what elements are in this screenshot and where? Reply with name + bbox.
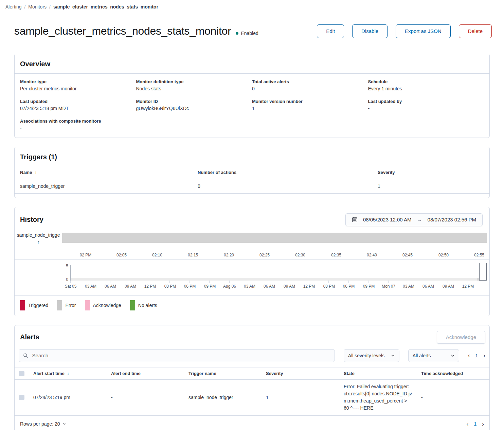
triggers-title: Triggers (1) xyxy=(20,153,484,161)
field-monitor-definition-type: Monitor definition type Nodes stats xyxy=(136,79,252,91)
field-monitor-type: Monitor type Per cluster metrics monitor xyxy=(20,79,136,91)
page-header: sample_cluster_metrics_nodes_stats_monit… xyxy=(14,18,492,45)
alerts-filter-row: All severity levels All alerts ‹ 1 › xyxy=(15,348,489,368)
alert-time-acknowledged: - xyxy=(421,395,489,400)
alerts-footer: Rows per page: 20 ‹ 1 › xyxy=(15,416,489,430)
chevron-down-icon xyxy=(451,354,455,358)
alert-state-filter-select[interactable]: All alerts xyxy=(408,349,459,362)
alerts-pagination-bottom: ‹ 1 › xyxy=(467,421,484,427)
history-series-label: sample_node_trigger xyxy=(15,232,62,246)
export-json-button[interactable]: Export as JSON xyxy=(396,24,451,38)
column-trigger-name: Trigger name xyxy=(188,371,266,376)
alert-row: 07/24/23 5:19 pm - sample_node_trigger 1… xyxy=(15,380,489,416)
triggers-panel: Triggers (1) Name ↑ Number of actions Se… xyxy=(14,147,490,198)
no-alerts-swatch xyxy=(130,300,135,310)
severity-filter-select[interactable]: All severity levels xyxy=(344,349,399,362)
brush-area-series xyxy=(71,278,482,281)
page-number[interactable]: 1 xyxy=(475,353,478,358)
y-axis-tick-0: 0 xyxy=(62,277,68,282)
field-monitor-id: Monitor ID gUwyiokB6NlrYQuUlXDc xyxy=(136,99,252,111)
edit-button[interactable]: Edit xyxy=(317,24,344,38)
breadcrumb-monitors[interactable]: Monitors xyxy=(28,4,47,10)
overview-panel: Overview Monitor type Per cluster metric… xyxy=(14,54,490,138)
breadcrumb-separator: / xyxy=(49,4,51,10)
legend-item-acknowledge: Acknowledge xyxy=(85,300,121,310)
chevron-right-icon[interactable]: › xyxy=(483,353,485,358)
search-input[interactable] xyxy=(32,352,330,359)
chevron-left-icon[interactable]: ‹ xyxy=(468,353,470,358)
legend-item-triggered: Triggered xyxy=(20,300,48,310)
alert-severity: 1 xyxy=(266,395,344,400)
search-box[interactable] xyxy=(19,349,335,362)
column-number-of-actions: Number of actions xyxy=(198,170,378,175)
y-axis-tick-5: 5 xyxy=(62,264,68,268)
history-state-bar[interactable] xyxy=(62,233,487,243)
overview-fields: Monitor type Per cluster metrics monitor… xyxy=(15,74,489,138)
column-severity: Severity xyxy=(266,371,344,376)
page-title: sample_cluster_metrics_nodes_stats_monit… xyxy=(14,25,231,37)
brush-selection-handle[interactable] xyxy=(479,263,487,281)
column-time-acknowledged: Time acknowledged xyxy=(421,371,489,376)
column-state: State xyxy=(344,371,421,376)
status-label: Enabled xyxy=(241,31,258,36)
delete-button[interactable]: Delete xyxy=(459,24,492,38)
y-axis-line xyxy=(70,265,71,281)
alerts-table-header: Alert start time ↓ Alert end time Trigge… xyxy=(15,368,489,380)
alert-start-time: 07/24/23 5:19 pm xyxy=(33,395,111,400)
field-schedule: Schedule Every 1 minutes xyxy=(368,79,484,91)
history-legend: Triggered Error Acknowledge No alerts xyxy=(15,295,489,316)
field-monitor-version: Monitor version number 1 xyxy=(252,99,368,111)
breadcrumb-separator: / xyxy=(24,4,25,10)
page-number[interactable]: 1 xyxy=(474,421,477,427)
alerts-panel: Alerts Acknowledge All severity levels A… xyxy=(14,325,490,430)
date-range-start[interactable]: 08/05/2023 12:00 AM xyxy=(363,217,412,222)
triggered-swatch xyxy=(20,300,25,310)
chevron-down-icon xyxy=(391,354,395,358)
acknowledge-button[interactable]: Acknowledge xyxy=(437,331,485,344)
date-range-picker[interactable]: 08/05/2023 12:00 AM → 08/07/2023 02:56 P… xyxy=(345,213,483,226)
trigger-row: sample_node_trigger 0 1 xyxy=(15,179,489,194)
chevron-down-icon xyxy=(62,422,66,426)
trigger-name: sample_node_trigger xyxy=(20,183,198,189)
arrow-right-icon: → xyxy=(417,217,422,222)
alerts-title: Alerts xyxy=(20,333,39,341)
trigger-severity: 1 xyxy=(378,183,484,189)
date-range-end[interactable]: 08/07/2023 02:56 PM xyxy=(428,217,476,222)
rows-per-page-button[interactable]: Rows per page: 20 xyxy=(20,421,66,427)
field-total-active-alerts: Total active alerts 0 xyxy=(252,79,368,91)
triggers-table-header: Name ↑ Number of actions Severity xyxy=(15,166,489,179)
chevron-right-icon[interactable]: › xyxy=(482,421,484,427)
acknowledge-swatch xyxy=(85,300,90,310)
history-title: History xyxy=(20,216,43,223)
brush-axis-ticks xyxy=(70,281,468,283)
select-all-checkbox[interactable] xyxy=(19,371,24,376)
history-brush-chart[interactable]: 5 0 Sat 05 03 AM 06 AM 09 AM 12 PM 03 PM… xyxy=(15,262,489,291)
row-checkbox[interactable] xyxy=(19,395,24,400)
chevron-left-icon[interactable]: ‹ xyxy=(467,421,469,427)
field-last-updated-by: Last updated by - xyxy=(368,99,484,111)
disable-button[interactable]: Disable xyxy=(352,24,388,38)
history-time-axis: 02 PM 02:05 02:10 02:15 02:20 02:25 02:3… xyxy=(15,251,489,259)
status-dot-icon xyxy=(236,32,238,35)
alert-end-time: - xyxy=(111,395,188,400)
search-icon xyxy=(23,353,29,358)
column-alert-start-time[interactable]: Alert start time ↓ xyxy=(33,371,111,376)
breadcrumb: Alerting / Monitors / sample_cluster_met… xyxy=(0,0,504,10)
breadcrumb-alerting[interactable]: Alerting xyxy=(5,4,21,10)
error-swatch xyxy=(57,300,62,310)
trigger-actions-count: 0 xyxy=(198,183,378,189)
history-panel: History 08/05/2023 12:00 AM → 08/07/2023… xyxy=(14,207,490,316)
column-alert-end-time: Alert end time xyxy=(111,371,188,376)
column-name[interactable]: Name ↑ xyxy=(20,170,198,175)
history-timeline: sample_node_trigger xyxy=(15,232,489,246)
field-composite-associations: Associations with composite monitors - xyxy=(20,119,136,131)
sort-asc-icon: ↑ xyxy=(35,170,37,175)
sort-desc-icon: ↓ xyxy=(67,371,69,376)
calendar-icon xyxy=(352,217,358,222)
breadcrumb-current-monitor: sample_cluster_metrics_nodes_stats_monit… xyxy=(53,4,158,10)
overview-title: Overview xyxy=(20,60,484,68)
alerts-pagination-top: ‹ 1 › xyxy=(468,353,485,358)
legend-item-error: Error xyxy=(57,300,76,310)
column-severity: Severity xyxy=(378,170,484,175)
legend-item-no-alerts: No alerts xyxy=(130,300,157,310)
